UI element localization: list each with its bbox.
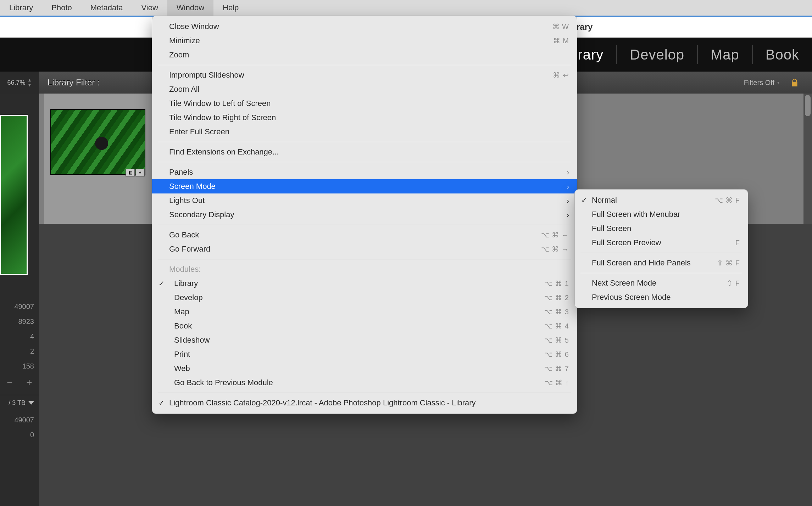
menu-item-label: Slideshow [174,336,210,345]
chevron-down-icon [28,401,34,405]
menu-item-label: Map [174,307,189,316]
menu-shortcut: ⇧ F [727,279,740,287]
menu-item[interactable]: Previous Screen Mode [575,290,748,304]
menu-item-label: Book [174,321,192,331]
library-filter-label: Library Filter : [48,78,100,88]
volume-label: / 3 TB [9,399,26,407]
menu-shortcut: ⌘ ↩ [553,71,569,79]
module-develop[interactable]: Develop [617,47,697,63]
menu-separator [158,142,571,142]
menu-separator [580,273,742,273]
menu-photo[interactable]: Photo [42,0,81,16]
menu-item[interactable]: ✓Library⌥ ⌘ 1 [152,276,577,291]
menu-item[interactable]: Map⌥ ⌘ 3 [152,305,577,319]
menu-view[interactable]: View [132,0,167,16]
menu-shortcut: ⌥ ⌘ 2 [544,293,569,302]
count-row: 49007 [0,412,39,427]
system-menubar: Library Photo Metadata View Window Help [0,0,812,16]
menu-item[interactable]: Full Screen PreviewF [575,236,748,250]
menu-item[interactable]: Go Back to Previous Module⌥ ⌘ ↑ [152,376,577,390]
filters-off-toggle[interactable]: Filters Off ▾ [744,79,779,87]
menu-item[interactable]: Zoom All [152,82,577,96]
menu-item-label: Go Back to Previous Module [174,378,273,387]
minus-button[interactable]: − [7,377,12,388]
volume-row[interactable]: / 3 TB [0,395,39,411]
menu-shortcut: ⇧ ⌘ F [717,259,740,267]
menu-item[interactable]: Go Forward⌥ ⌘ → [152,242,577,256]
crop-badge-icon[interactable]: ◧ [126,169,135,176]
grid-cell[interactable]: ◧ ± [44,94,152,224]
menu-shortcut: ⌥ ⌘ 4 [544,322,569,330]
menu-item[interactable]: Next Screen Mode⇧ F [575,276,748,290]
window-menu[interactable]: Close Window⌘ WMinimize⌘ MZoomImpromptu … [152,16,577,414]
count-row: 4 [0,329,39,344]
navigator-thumbnail[interactable] [0,115,28,275]
menu-item-label: Full Screen and Hide Panels [592,258,691,268]
screen-mode-submenu[interactable]: ✓Normal⌥ ⌘ FFull Screen with MenubarFull… [574,189,748,308]
menu-item[interactable]: Zoom [152,48,577,62]
menu-item[interactable]: Full Screen and Hide Panels⇧ ⌘ F [575,256,748,270]
menu-item[interactable]: Tile Window to Right of Screen [152,111,577,125]
menu-item-label: Normal [592,196,617,205]
menu-separator [158,162,571,162]
menu-item[interactable]: Tile Window to Left of Screen [152,96,577,111]
menu-item[interactable]: Enter Full Screen [152,125,577,139]
menu-metadata[interactable]: Metadata [81,0,132,16]
menu-item[interactable]: Slideshow⌥ ⌘ 5 [152,333,577,347]
scrollbar-thumb[interactable] [805,95,811,116]
menu-item[interactable]: Screen Mode› [152,179,577,193]
menu-item-label: Lights Out [169,196,205,205]
menu-item[interactable]: Book⌥ ⌘ 4 [152,319,577,333]
develop-badge-icon[interactable]: ± [135,169,145,176]
menu-item[interactable]: Secondary Display› [152,208,577,222]
menu-item-label: Full Screen Preview [592,238,661,247]
menu-item[interactable]: ✓Lightroom Classic Catalog-2020-v12.lrca… [152,396,577,410]
module-book[interactable]: Book [753,47,812,63]
menu-item[interactable]: Close Window⌘ W [152,19,577,34]
menu-separator [580,253,742,253]
menu-item[interactable]: Panels› [152,165,577,179]
count-row: 2 [0,344,39,359]
menu-item[interactable]: Print⌥ ⌘ 6 [152,347,577,361]
menu-item[interactable]: Web⌥ ⌘ 7 [152,361,577,376]
menu-item[interactable]: Go Back⌥ ⌘ ← [152,228,577,242]
menu-item-label: Screen Mode [169,182,216,191]
menu-item[interactable]: Minimize⌘ M [152,34,577,48]
chevron-right-icon: › [567,211,569,219]
zoom-stepper-icon[interactable]: ▲▼ [28,78,32,88]
menu-item[interactable]: Full Screen with Menubar [575,207,748,221]
menu-item-label: Previous Screen Mode [592,293,671,302]
menu-shortcut: ⌥ ⌘ 3 [544,308,569,316]
menu-item-label: Go Forward [169,244,210,254]
scrollbar[interactable] [803,94,812,224]
plus-button[interactable]: + [26,377,32,388]
menu-item[interactable]: Develop⌥ ⌘ 2 [152,291,577,305]
module-map[interactable]: Map [698,47,752,63]
menu-item[interactable]: Impromptu Slideshow⌘ ↩ [152,68,577,82]
lock-icon[interactable] [789,77,801,89]
menu-item-label: Print [174,350,190,359]
check-icon: ✓ [581,196,587,204]
menu-item[interactable]: Full Screen [575,221,748,236]
menu-window[interactable]: Window [167,0,213,16]
menu-item-label: Find Extensions on Exchange... [169,147,279,157]
menu-item-label: Full Screen [592,224,631,233]
photo-thumbnail[interactable] [50,109,145,175]
menu-shortcut: ⌥ ⌘ 6 [544,350,569,359]
filters-off-label: Filters Off [744,79,774,87]
menu-separator [158,225,571,225]
menu-shortcut: ⌥ ⌘ ↑ [545,378,569,387]
menu-item[interactable]: Lights Out› [152,193,577,208]
menu-shortcut: ⌘ M [553,36,569,45]
menu-shortcut: ⌥ ⌘ F [715,196,740,204]
menu-item[interactable]: Find Extensions on Exchange... [152,145,577,159]
chevron-right-icon: › [567,197,569,205]
menu-item[interactable]: ✓Normal⌥ ⌘ F [575,193,748,207]
menu-help[interactable]: Help [213,0,248,16]
menu-item-label: Close Window [169,22,219,31]
zoom-value: 66.7% [7,79,26,86]
count-row: 8923 [0,314,39,329]
menu-library[interactable]: Library [0,0,42,16]
zoom-indicator[interactable]: 66.7% ▲▼ [0,72,39,94]
menu-item-label: Secondary Display [169,210,234,219]
